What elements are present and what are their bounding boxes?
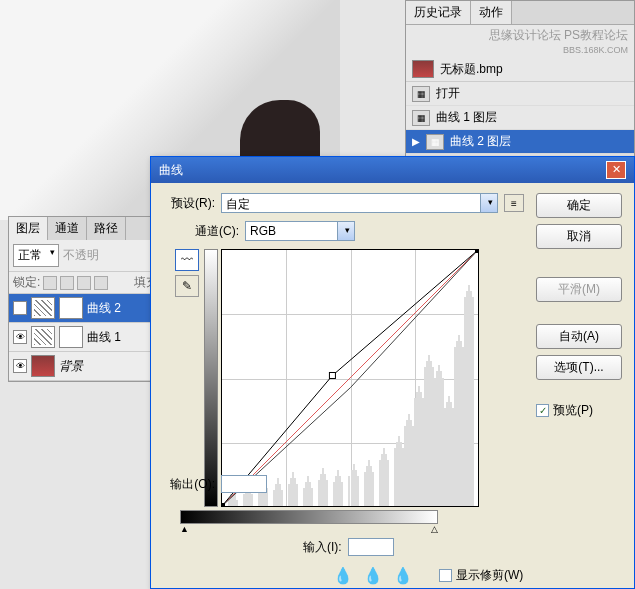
history-item-open[interactable]: ▦ 打开 <box>406 82 634 106</box>
preset-row: 预设(R): 自定 ≡ <box>163 193 524 213</box>
layer-icon: ▦ <box>412 110 430 126</box>
output-input[interactable] <box>221 475 267 493</box>
opacity-label: 不透明 <box>63 247 99 264</box>
lock-transparent-icon[interactable] <box>43 276 57 290</box>
curve-tools: 〰 ✎ <box>175 249 201 507</box>
mask-thumb <box>59 297 83 319</box>
ok-button[interactable]: 确定 <box>536 193 622 218</box>
lock-row: 锁定: 填充 <box>9 271 162 294</box>
curves-chart[interactable] <box>221 249 479 507</box>
dialog-title: 曲线 <box>159 162 183 179</box>
chart-wrap <box>221 249 479 507</box>
visibility-icon[interactable]: 👁 <box>13 330 27 344</box>
dialog-buttons: 确定 取消 平滑(M) 自动(A) 选项(T)... ✓ 预览(P) <box>536 193 622 589</box>
tab-paths[interactable]: 路径 <box>87 217 126 240</box>
dialog-titlebar[interactable]: 曲线 ✕ <box>151 157 634 183</box>
blend-mode-select[interactable]: 正常 <box>13 244 59 267</box>
open-icon: ▦ <box>412 86 430 102</box>
svg-rect-0 <box>329 372 335 378</box>
eyedropper-row: 💧 💧 💧 显示修剪(W) <box>333 566 524 585</box>
preset-label: 预设(R): <box>163 195 215 212</box>
brush-icon: ▶ <box>412 136 420 147</box>
input-input[interactable] <box>348 538 394 556</box>
blend-row: 正常 不透明 <box>9 240 162 271</box>
layer-name: 曲线 1 <box>87 329 121 346</box>
output-label: 输出(O): <box>163 476 215 493</box>
watermark: 思缘设计论坛 PS教程论坛 BBS.168K.COM <box>406 25 634 57</box>
preview-label: 预览(P) <box>553 402 593 419</box>
layers-tabs: 图层 通道 路径 <box>9 217 162 240</box>
output-row: 输出(O): <box>163 475 267 493</box>
svg-rect-1 <box>222 503 225 506</box>
bg-thumb <box>31 355 55 377</box>
cancel-button[interactable]: 取消 <box>536 224 622 249</box>
white-point-slider[interactable]: △ <box>431 524 438 534</box>
layer-curves2[interactable]: 👁 曲线 2 <box>9 294 162 323</box>
lock-pixels-icon[interactable] <box>60 276 74 290</box>
show-clip-row: 显示修剪(W) <box>439 567 523 584</box>
close-button[interactable]: ✕ <box>606 161 626 179</box>
curves-dialog: 曲线 ✕ 预设(R): 自定 ≡ 通道(C): RGB 〰 ✎ <box>150 156 635 589</box>
layer-name: 背景 <box>59 358 83 375</box>
show-clip-checkbox[interactable] <box>439 569 452 582</box>
history-file-row[interactable]: 无标题.bmp <box>406 57 634 82</box>
dialog-left: 预设(R): 自定 ≡ 通道(C): RGB 〰 ✎ ▲ <box>163 193 524 589</box>
output-gradient <box>204 249 218 507</box>
preview-row: ✓ 预览(P) <box>536 402 622 419</box>
channel-label: 通道(C): <box>187 223 239 240</box>
visibility-icon[interactable]: 👁 <box>13 359 27 373</box>
lock-position-icon[interactable] <box>77 276 91 290</box>
history-tabs: 历史记录 动作 <box>406 1 634 25</box>
show-clip-label: 显示修剪(W) <box>456 567 523 584</box>
tab-actions[interactable]: 动作 <box>471 1 512 24</box>
curve-pencil-tool[interactable]: ✎ <box>175 275 199 297</box>
layer-background[interactable]: 👁 背景 <box>9 352 162 381</box>
mask-thumb <box>59 326 83 348</box>
gray-eyedropper-icon[interactable]: 💧 <box>363 566 383 585</box>
slider-markers: ▲ △ <box>180 524 438 534</box>
channel-row: 通道(C): RGB <box>187 221 524 241</box>
history-item-curves1[interactable]: ▦ 曲线 1 图层 <box>406 106 634 130</box>
file-thumb <box>412 60 434 78</box>
channel-select[interactable]: RGB <box>245 221 355 241</box>
input-gradient <box>180 510 438 524</box>
history-item-curves2[interactable]: ▶ ▦ 曲线 2 图层 <box>406 130 634 154</box>
visibility-icon[interactable]: 👁 <box>13 301 27 315</box>
preset-select[interactable]: 自定 <box>221 193 498 213</box>
preview-checkbox[interactable]: ✓ <box>536 404 549 417</box>
input-label: 输入(I): <box>303 539 342 556</box>
svg-rect-2 <box>475 250 478 253</box>
input-row: 输入(I): <box>303 538 524 556</box>
tab-layers[interactable]: 图层 <box>9 217 48 240</box>
history-panel: 历史记录 动作 思缘设计论坛 PS教程论坛 BBS.168K.COM 无标题.b… <box>405 0 635 179</box>
options-button[interactable]: 选项(T)... <box>536 355 622 380</box>
layer-icon: ▦ <box>426 134 444 150</box>
tab-history[interactable]: 历史记录 <box>406 1 471 24</box>
smooth-button[interactable]: 平滑(M) <box>536 277 622 302</box>
auto-button[interactable]: 自动(A) <box>536 324 622 349</box>
black-eyedropper-icon[interactable]: 💧 <box>333 566 353 585</box>
adjustment-thumb <box>31 326 55 348</box>
layer-curves1[interactable]: 👁 曲线 1 <box>9 323 162 352</box>
lock-all-icon[interactable] <box>94 276 108 290</box>
black-point-slider[interactable]: ▲ <box>180 524 189 534</box>
lock-label: 锁定: <box>13 274 40 291</box>
preset-menu-icon[interactable]: ≡ <box>504 194 524 212</box>
layer-name: 曲线 2 <box>87 300 121 317</box>
dialog-body: 预设(R): 自定 ≡ 通道(C): RGB 〰 ✎ ▲ <box>151 183 634 589</box>
white-eyedropper-icon[interactable]: 💧 <box>393 566 413 585</box>
tab-channels[interactable]: 通道 <box>48 217 87 240</box>
layers-panel: 图层 通道 路径 正常 不透明 锁定: 填充 👁 曲线 2 👁 曲线 1 👁 背… <box>8 216 163 382</box>
curve-area: 〰 ✎ <box>175 249 524 507</box>
adjustment-thumb <box>31 297 55 319</box>
curve-point-tool[interactable]: 〰 <box>175 249 199 271</box>
file-name: 无标题.bmp <box>440 61 503 78</box>
